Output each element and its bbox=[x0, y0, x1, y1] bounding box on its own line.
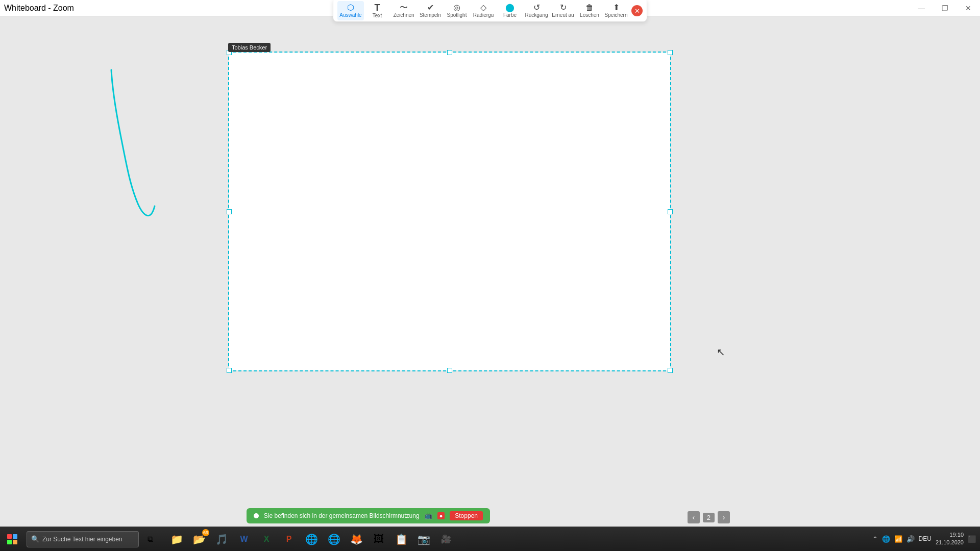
tray-time-display: 19:10 bbox=[936, 531, 964, 539]
taskbar-word[interactable]: W bbox=[233, 528, 255, 550]
search-placeholder-text: Zur Suche Text hier eingeben bbox=[42, 536, 122, 543]
minimize-button[interactable]: — bbox=[910, 0, 933, 16]
loschen-icon: 🗑 bbox=[585, 4, 594, 12]
toolbar-close-button[interactable]: ✕ bbox=[631, 5, 643, 16]
text-icon: T bbox=[375, 3, 380, 12]
stop-share-button[interactable]: Stoppen bbox=[450, 511, 483, 520]
page-number: 2 bbox=[703, 513, 715, 522]
speichern-label: Speichern bbox=[604, 12, 627, 18]
ruckgang-label: Rückgang bbox=[525, 12, 548, 18]
canvas-area[interactable]: Tobias Becker ↖ bbox=[0, 16, 980, 527]
tray-date-display: 21.10.2020 bbox=[936, 539, 964, 546]
tool-zeichnen[interactable]: 〜 Zeichnen bbox=[390, 1, 417, 20]
taskbar-folder[interactable]: 📂 69 bbox=[188, 528, 210, 550]
windows-logo-icon bbox=[7, 534, 17, 544]
window-title: Whiteboard - Zoom bbox=[4, 4, 74, 13]
taskbar-spotify[interactable]: 🎵 bbox=[210, 528, 233, 550]
user-tooltip: Tobias Becker bbox=[228, 43, 271, 52]
taskbar-photos[interactable]: 🖼 bbox=[368, 528, 390, 550]
handle-top-mid[interactable] bbox=[447, 50, 452, 55]
maximize-button[interactable]: ❐ bbox=[933, 0, 957, 16]
spotlight-label: Spotlight bbox=[447, 12, 467, 18]
speichern-icon: ⬆ bbox=[613, 4, 620, 12]
tool-ruckgang[interactable]: ↺ Rückgang bbox=[523, 1, 550, 20]
tool-farbe[interactable]: ⬤ Farbe bbox=[497, 1, 523, 20]
notif-text: Sie befinden sich in der gemeinsamen Bil… bbox=[264, 512, 420, 519]
erneutau-icon: ↻ bbox=[560, 4, 567, 12]
farbe-label: Farbe bbox=[503, 12, 517, 18]
taskbar-chrome[interactable]: 🌐 bbox=[323, 528, 345, 550]
taskbar-zoom[interactable]: 🎥 bbox=[435, 528, 457, 550]
ruckgang-icon: ↺ bbox=[533, 4, 540, 12]
taskbar: 🔍 Zur Suche Text hier eingeben ⧉ 📁 📂 69 … bbox=[0, 527, 980, 551]
loschen-label: Löschen bbox=[580, 12, 599, 18]
next-page-button[interactable]: › bbox=[718, 511, 730, 523]
zeichnen-icon: 〜 bbox=[400, 4, 408, 12]
tray-clock[interactable]: 19:10 21.10.2020 bbox=[936, 531, 964, 547]
auswahl-label: Auswähle bbox=[339, 12, 361, 18]
taskbar-camera[interactable]: 📷 bbox=[412, 528, 435, 550]
tool-spotlight[interactable]: ◎ Spotlight bbox=[444, 1, 470, 20]
taskbar-app6[interactable]: 🌐 bbox=[300, 528, 323, 550]
farbe-icon: ⬤ bbox=[505, 4, 514, 12]
tool-text[interactable]: T Text bbox=[364, 1, 390, 20]
taskbar-edge[interactable]: 🦊 bbox=[345, 528, 368, 550]
tool-loschen[interactable]: 🗑 Löschen bbox=[576, 1, 603, 20]
tray-up-arrow[interactable]: ⌃ bbox=[872, 535, 878, 543]
recording-indicator: ● bbox=[437, 512, 445, 519]
close-button[interactable]: ✕ bbox=[957, 0, 980, 16]
prev-page-button[interactable]: ‹ bbox=[688, 511, 700, 523]
taskbar-clipboard[interactable]: 📋 bbox=[390, 528, 412, 550]
tool-auswahl[interactable]: ⬡ Auswähle bbox=[337, 1, 364, 20]
taskbar-file-explorer[interactable]: 📁 bbox=[165, 528, 188, 550]
toolbar: ⬡ Auswähle T Text 〜 Zeichnen ✔ Stempeln … bbox=[333, 0, 647, 22]
start-button[interactable] bbox=[0, 527, 24, 552]
handle-mid-right[interactable] bbox=[668, 209, 673, 214]
taskbar-apps: 📁 📂 69 🎵 W X P 🌐 🌐 🦊 🖼 📋 📷 🎥 bbox=[165, 527, 457, 552]
tool-radiergu[interactable]: ◇ Radiergu bbox=[470, 1, 497, 20]
tray-language[interactable]: DEU bbox=[919, 535, 932, 542]
handle-bot-left[interactable] bbox=[227, 368, 232, 373]
taskbar-powerpoint[interactable]: P bbox=[278, 528, 300, 550]
radiergu-label: Radiergu bbox=[473, 12, 494, 18]
taskbar-search[interactable]: 🔍 Zur Suche Text hier eingeben bbox=[27, 531, 139, 547]
screen-share-notification: Sie befinden sich in der gemeinsamen Bil… bbox=[247, 508, 490, 523]
handle-top-right[interactable] bbox=[668, 50, 673, 55]
handle-bot-mid[interactable] bbox=[447, 368, 452, 373]
zeichnen-label: Zeichnen bbox=[393, 12, 414, 18]
tray-volume-icon[interactable]: 🔊 bbox=[906, 535, 915, 543]
tool-erneutau[interactable]: ↻ Erneut au bbox=[550, 1, 576, 20]
erneutau-label: Erneut au bbox=[552, 12, 574, 18]
text-label: Text bbox=[373, 13, 382, 18]
spotlight-icon: ◎ bbox=[453, 4, 460, 12]
selection-box bbox=[228, 52, 671, 371]
radiergu-icon: ◇ bbox=[480, 4, 486, 12]
badge-69: 69 bbox=[202, 529, 209, 536]
pagination-controls: ‹ 2 › bbox=[688, 511, 730, 523]
tool-speichern[interactable]: ⬆ Speichern bbox=[603, 1, 629, 20]
stempel-icon: ✔ bbox=[427, 4, 434, 12]
task-view-button[interactable]: ⧉ bbox=[139, 528, 161, 550]
notif-dot bbox=[254, 513, 259, 518]
search-icon: 🔍 bbox=[31, 535, 39, 543]
stempel-label: Stempeln bbox=[420, 12, 441, 18]
notif-icon: 📺 bbox=[425, 512, 432, 519]
system-tray: ⌃ 🌐 📶 🔊 DEU 19:10 21.10.2020 ⬛ bbox=[868, 527, 980, 551]
handle-mid-left[interactable] bbox=[227, 209, 232, 214]
tray-notification-icon[interactable]: ⬛ bbox=[968, 535, 976, 543]
tool-stempel[interactable]: ✔ Stempeln bbox=[417, 1, 444, 20]
tray-network-icon[interactable]: 🌐 bbox=[882, 535, 890, 543]
handle-bot-right[interactable] bbox=[668, 368, 673, 373]
cursor-pointer: ↖ bbox=[717, 346, 727, 356]
window-controls: — ❐ ✕ bbox=[910, 0, 980, 16]
tray-wifi-icon[interactable]: 📶 bbox=[894, 535, 902, 543]
taskbar-excel[interactable]: X bbox=[255, 528, 278, 550]
auswahl-icon: ⬡ bbox=[347, 4, 354, 12]
